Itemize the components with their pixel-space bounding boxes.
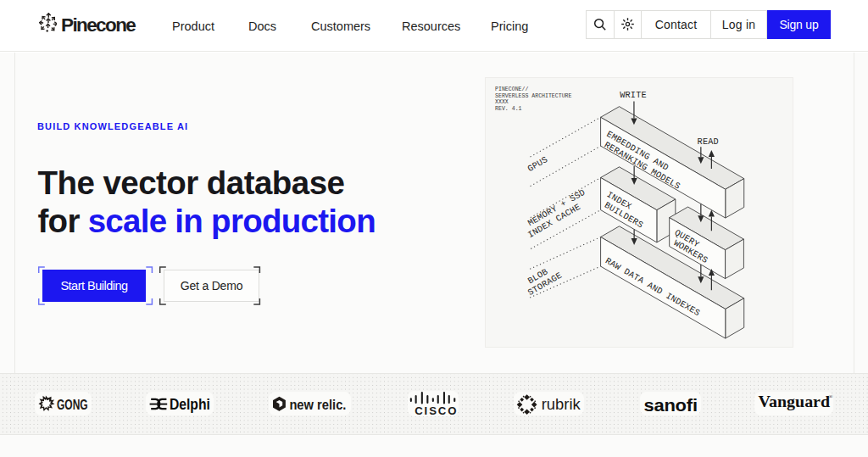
svg-text:new relic.: new relic. bbox=[289, 397, 346, 413]
svg-text:REV. 4.1: REV. 4.1 bbox=[495, 106, 522, 112]
svg-text:PINECONE//: PINECONE// bbox=[495, 86, 528, 92]
svg-text:GPUS: GPUS bbox=[526, 154, 549, 174]
svg-text:CISCO: CISCO bbox=[415, 404, 456, 416]
svg-text:Vanguard: Vanguard bbox=[758, 393, 830, 410]
svg-text:sanofi: sanofi bbox=[643, 396, 697, 415]
svg-text:GONG: GONG bbox=[57, 398, 88, 412]
svg-text:Delphi: Delphi bbox=[170, 395, 210, 413]
svg-text:READ: READ bbox=[698, 137, 719, 147]
svg-text:rubrik: rubrik bbox=[542, 395, 581, 413]
svg-text:SERVERLESS ARCHITECTURE: SERVERLESS ARCHITECTURE bbox=[495, 93, 571, 99]
svg-text:®: ® bbox=[829, 393, 833, 399]
svg-text:WRITE: WRITE bbox=[620, 90, 647, 100]
svg-text:XXXX: XXXX bbox=[495, 99, 509, 105]
